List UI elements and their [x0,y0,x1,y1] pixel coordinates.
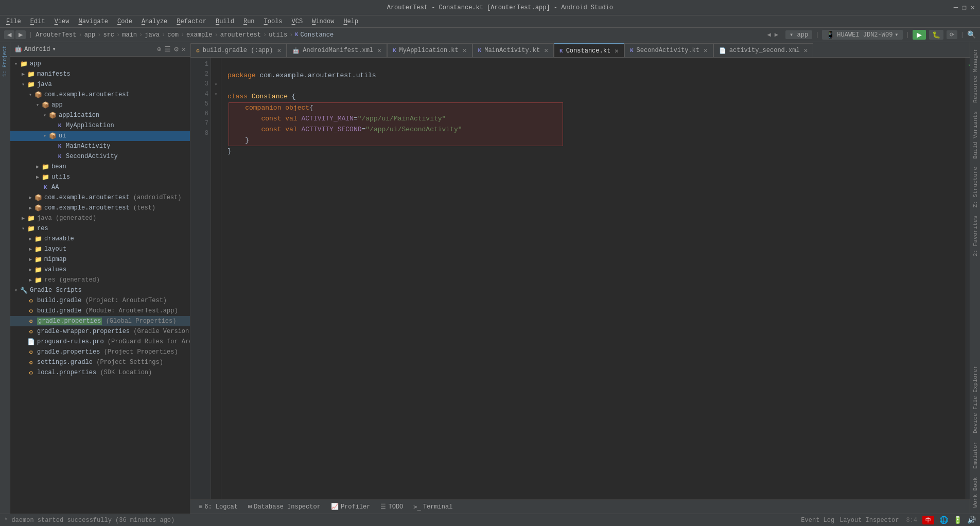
menu-refactor[interactable]: Refactor [172,17,211,26]
breadcrumb-aroutertest[interactable]: ArouterTest [36,31,76,39]
menu-view[interactable]: View [50,17,74,26]
tab-close-constance[interactable]: ✕ [615,47,619,55]
run-button[interactable]: ▶ [913,30,926,40]
gutter-fold-companion[interactable]: ▾ [211,90,221,99]
tree-item-android-test[interactable]: ▶ 📦 com.example.aroutertest (androidTest… [10,192,190,203]
panel-scope-icon[interactable]: ⊕ [157,45,161,54]
tree-item-application[interactable]: ▾ 📦 application [10,110,190,120]
tab-close-manifest[interactable]: ✕ [377,46,381,55]
tab-close-xml[interactable]: ✕ [804,46,808,55]
tab-close-secondactivity[interactable]: ✕ [704,46,708,55]
tree-item-proguard[interactable]: ▶ 📄 proguard-rules.pro (ProGuard Rules f… [10,337,190,347]
tree-item-aa[interactable]: ▶ K AA [10,182,190,192]
tree-item-build-gradle-proj[interactable]: ▶ ⚙ build.gradle (Project: ArouterTest) [10,295,190,306]
tree-item-ui[interactable]: ▾ 📦 ui [10,131,190,141]
menu-code[interactable]: Code [113,17,136,26]
tree-item-mipmap[interactable]: ▶ 📁 mipmap [10,254,190,265]
tree-item-gradle-props[interactable]: ▶ ⚙ gradle.properties (Project Propertie… [10,347,190,357]
tree-item-app-pkg[interactable]: ▾ 📦 app [10,100,190,110]
tree-item-drawable[interactable]: ▶ 📁 drawable [10,234,190,244]
menu-vcs[interactable]: VCS [288,17,307,26]
tab-mainactivity[interactable]: K MainActivity.kt ✕ [472,43,554,57]
tab-android-manifest[interactable]: 🤖 AndroidManifest.xml ✕ [287,43,387,57]
menu-build[interactable]: Build [212,17,238,26]
menu-help[interactable]: Help [339,17,362,26]
breadcrumb-utils[interactable]: utils [269,31,287,39]
tree-item-gradle-props-global[interactable]: ▶ ⚙ gradle.properties (Global Properties… [10,316,190,326]
gutter-fold-class[interactable]: ▾ [211,79,221,89]
tab-build-gradle[interactable]: ⚙ build.gradle (:app) ✕ [190,43,287,57]
tree-item-gradle-scripts[interactable]: ▾ 🔧 Gradle Scripts [10,285,190,295]
search-icon[interactable]: 🔍 [967,30,976,39]
tab-todo[interactable]: ☰ TODO [376,502,407,512]
code-editor[interactable]: package com.example.aroutertest.utils cl… [221,58,966,499]
tab-profiler[interactable]: 📈 Profiler [327,502,375,512]
sync-button[interactable]: ⟳ [947,30,957,39]
tree-item-test[interactable]: ▶ 📦 com.example.aroutertest (test) [10,203,190,213]
panel-view-icon[interactable]: ☰ [164,45,171,54]
breadcrumb-file[interactable]: K Constance [295,31,334,39]
tree-item-build-gradle-app[interactable]: ▶ ⚙ build.gradle (Module: ArouterTest.ap… [10,306,190,316]
project-tool-button[interactable]: 1: Project [1,44,9,78]
maximize-button[interactable]: ❐ [962,3,966,12]
breadcrumb-java[interactable]: java [145,31,160,39]
emulator-button[interactable]: Emulator [971,437,979,473]
event-log-button[interactable]: Event Log [801,517,834,524]
tab-myapplication[interactable]: K MyApplication.kt ✕ [387,43,472,57]
menu-tools[interactable]: Tools [260,17,287,26]
menu-file[interactable]: File [2,17,25,26]
tree-item-res[interactable]: ▾ 📁 res [10,223,190,234]
menu-navigate[interactable]: Navigate [74,17,112,26]
tree-item-manifests[interactable]: ▶ 📁 manifests [10,69,190,79]
tree-item-res-gen[interactable]: ▶ 📁 res (generated) [10,275,190,285]
chinese-input-icon[interactable]: 中 [922,516,934,524]
menu-edit[interactable]: Edit [26,17,49,26]
breadcrumb-aroutertest2[interactable]: aroutertest [220,31,261,39]
dropdown-icon[interactable]: ▾ [52,45,56,53]
tree-item-local-props[interactable]: ▶ ⚙ local.properties (SDK Location) [10,367,190,378]
z-structure-button[interactable]: Z: Structure [971,163,979,212]
tree-item-myapplication[interactable]: ▶ K MyApplication [10,120,190,131]
tree-item-mainactivity[interactable]: ▶ K MainActivity [10,141,190,151]
tab-activity-second-xml[interactable]: 📄 activity_second.xml ✕ [713,43,814,57]
minimize-button[interactable]: — [954,3,958,12]
breadcrumb-main[interactable]: main [122,31,137,39]
tab-terminal[interactable]: >_ Terminal [409,502,457,512]
tree-item-com-example[interactable]: ▾ 📦 com.example.aroutertest [10,90,190,100]
forward-button[interactable]: ▶ [15,30,26,39]
build-variants-button[interactable]: Build Variants [971,107,979,163]
workbook-button[interactable]: Work Book [971,473,979,512]
tab-logcat[interactable]: ≡ 6: Logcat [195,502,242,512]
tab-constance[interactable]: K Constance.kt ✕ [554,43,624,57]
resource-manager-button[interactable]: Resource Manager [971,44,979,107]
tree-item-bean[interactable]: ▶ 📁 bean [10,162,190,172]
menu-window[interactable]: Window [308,17,338,26]
tab-close-build-gradle[interactable]: ✕ [277,46,281,55]
window-controls[interactable]: — ❐ ✕ [954,3,975,12]
menu-run[interactable]: Run [239,17,259,26]
tree-item-utils[interactable]: ▶ 📁 utils [10,172,190,182]
breadcrumb-example[interactable]: example [186,31,212,39]
tab-database-inspector[interactable]: ⊞ Database Inspector [244,502,325,512]
tab-close-myapp[interactable]: ✕ [463,46,467,55]
tree-item-layout[interactable]: ▶ 📁 layout [10,244,190,254]
device-name-selector[interactable]: 📱 HUAWEI JDN2-W09 ▾ [822,30,902,40]
tab-secondactivity[interactable]: K SecondActivity.kt ✕ [624,43,713,57]
menu-analyze[interactable]: Analyze [137,17,171,26]
tree-item-settings-gradle[interactable]: ▶ ⚙ settings.gradle (Project Settings) [10,357,190,367]
breadcrumb-src[interactable]: src [103,31,114,39]
favorites-button[interactable]: 2: Favorites [971,212,979,260]
tree-item-values[interactable]: ▶ 📁 values [10,265,190,275]
breadcrumb-com[interactable]: com [167,31,179,39]
tree-item-secondactivity[interactable]: ▶ K SecondActivity [10,151,190,162]
tree-item-java-gen[interactable]: ▶ 📁 java (generated) [10,213,190,223]
tree-item-gradle-wrapper[interactable]: ▶ ⚙ gradle-wrapper.properties (Gradle Ve… [10,326,190,337]
panel-close-icon[interactable]: ✕ [182,45,186,54]
back-button[interactable]: ◀ [4,30,14,39]
tree-item-app[interactable]: ▾ 📁 app [10,59,190,69]
device-selector[interactable]: ▾ app [785,30,812,39]
tab-close-mainactivity[interactable]: ✕ [544,46,548,55]
breadcrumb-app[interactable]: app [84,31,96,39]
debug-button[interactable]: 🐛 [929,30,943,40]
tree-item-java[interactable]: ▾ 📁 java [10,79,190,90]
